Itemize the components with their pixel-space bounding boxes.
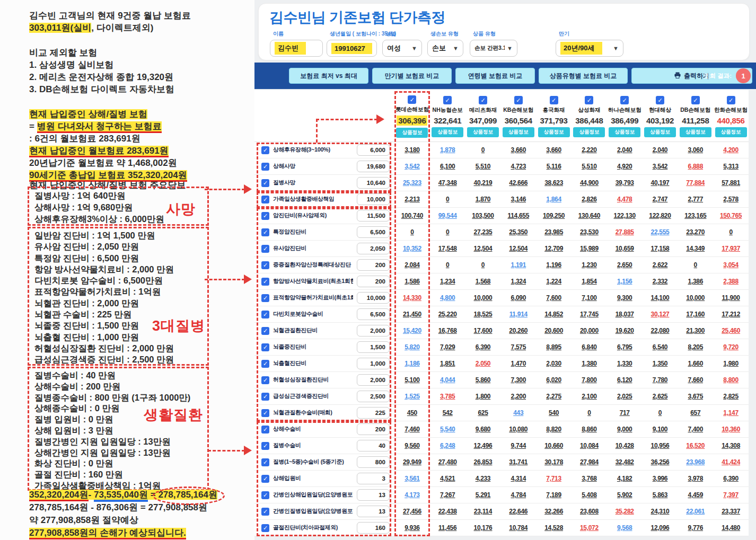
premium-cell[interactable]: 10,784 [500, 524, 536, 532]
premium-cell[interactable]: 7,100 [572, 294, 607, 302]
coverage-amount-input[interactable]: 200 [357, 423, 390, 435]
premium-cell[interactable]: 122,820 [643, 212, 678, 219]
premium-cell[interactable]: 11,456 [430, 524, 465, 532]
row-checkbox[interactable]: ✓ [261, 360, 269, 368]
row-checkbox[interactable]: ✓ [261, 343, 269, 351]
coverage-amount-input[interactable]: 2,000 [357, 325, 390, 337]
premium-cell[interactable]: 657 [678, 409, 713, 417]
premium-cell[interactable]: 20,260 [500, 327, 536, 334]
premium-cell[interactable]: 18,037 [607, 311, 643, 318]
coverage-amount-input[interactable]: 6,500 [357, 308, 390, 320]
premium-cell[interactable]: 1,660 [678, 360, 713, 367]
premium-cell[interactable]: 4,920 [607, 163, 643, 170]
premium-cell[interactable]: 99,544 [430, 212, 465, 219]
premium-cell[interactable]: 10,660 [536, 442, 572, 449]
row-checkbox[interactable]: ✓ [261, 294, 269, 302]
product-info-button[interactable]: 상품정보 [680, 127, 711, 137]
premium-cell[interactable]: 3,054 [713, 261, 749, 269]
premium-cell[interactable]: 23,114 [465, 508, 501, 515]
premium-cell[interactable]: 0 [643, 409, 678, 417]
premium-cell[interactable]: 3,785 [430, 393, 465, 400]
premium-cell[interactable]: 3,060 [678, 146, 713, 154]
toolbar-button-2[interactable]: 연령별 보험료 비교 [455, 68, 535, 84]
premium-cell[interactable]: 1,234 [430, 278, 465, 285]
premium-cell[interactable]: 27,480 [430, 458, 465, 466]
premium-cell[interactable]: 7,397 [713, 491, 749, 499]
premium-cell[interactable]: 109,250 [536, 212, 572, 219]
premium-cell[interactable]: 1,186 [394, 360, 430, 367]
field-input[interactable]: 19910627 [327, 40, 377, 57]
premium-cell[interactable]: 5,100 [394, 376, 430, 384]
premium-cell[interactable]: 7,400 [678, 426, 713, 433]
premium-cell[interactable]: 23,608 [572, 508, 607, 515]
premium-cell[interactable]: 7,300 [500, 376, 536, 384]
row-checkbox[interactable]: ✓ [261, 508, 269, 516]
company-checkbox[interactable]: ✓ [585, 96, 593, 104]
premium-cell[interactable]: 3,978 [678, 475, 713, 482]
premium-cell[interactable]: 6,390 [713, 475, 749, 482]
premium-cell[interactable]: 9,680 [465, 426, 501, 433]
premium-cell[interactable]: 5,510 [572, 163, 607, 170]
premium-cell[interactable]: 27,984 [572, 458, 607, 466]
premium-cell[interactable]: 10,084 [572, 442, 607, 449]
coverage-amount-input[interactable]: 40 [357, 440, 390, 452]
premium-cell[interactable]: 7,267 [430, 491, 465, 499]
premium-cell[interactable]: 122,130 [607, 212, 643, 219]
premium-cell[interactable]: 27,235 [465, 228, 501, 236]
premium-cell[interactable]: 25,350 [500, 228, 536, 236]
coverage-amount-input[interactable]: 1,000 [357, 358, 390, 369]
premium-cell[interactable]: 17,212 [713, 311, 749, 318]
premium-cell[interactable]: 1,147 [713, 409, 749, 417]
row-checkbox[interactable]: ✓ [261, 278, 269, 286]
premium-cell[interactable]: 22,646 [500, 508, 536, 515]
company-checkbox[interactable]: ✓ [514, 96, 523, 104]
premium-cell[interactable]: 2,084 [394, 261, 430, 269]
premium-cell[interactable]: 0 [465, 146, 501, 154]
premium-cell[interactable]: 7,029 [430, 343, 465, 351]
premium-cell[interactable]: 17,745 [572, 311, 607, 318]
premium-cell[interactable]: 15,072 [572, 524, 607, 532]
premium-cell[interactable]: 4,044 [430, 376, 465, 384]
premium-cell[interactable]: 4,478 [607, 196, 643, 203]
premium-cell[interactable]: 20,000 [572, 327, 607, 334]
premium-cell[interactable]: 25,460 [713, 327, 749, 334]
product-info-button[interactable]: 상품정보 [609, 127, 640, 137]
coverage-amount-input[interactable]: 2,000 [357, 374, 390, 386]
premium-cell[interactable]: 3,561 [394, 475, 430, 482]
premium-cell[interactable]: 17,548 [430, 245, 465, 252]
premium-cell[interactable]: 1,196 [536, 261, 572, 269]
coverage-amount-input[interactable]: 2,050 [357, 243, 390, 254]
premium-cell[interactable]: 23,985 [536, 228, 572, 236]
premium-cell[interactable]: 9,744 [500, 442, 536, 449]
row-checkbox[interactable]: ✓ [261, 426, 269, 433]
premium-cell[interactable]: 1,230 [572, 261, 607, 269]
premium-cell[interactable]: 1,350 [643, 360, 678, 367]
company-checkbox[interactable]: ✓ [656, 96, 664, 104]
coverage-amount-input[interactable]: 2,500 [357, 391, 390, 402]
premium-cell[interactable]: 103,500 [465, 212, 501, 219]
premium-cell[interactable]: 16,768 [430, 327, 465, 334]
premium-cell[interactable]: 7,660 [678, 376, 713, 384]
premium-cell[interactable]: 7,780 [643, 376, 678, 384]
premium-cell[interactable]: 23,270 [678, 228, 713, 236]
premium-cell[interactable]: 5,510 [465, 163, 501, 170]
row-checkbox[interactable]: ✓ [261, 442, 269, 450]
coverage-amount-input[interactable]: 11,500 [357, 210, 390, 222]
row-checkbox[interactable]: ✓ [261, 524, 269, 532]
premium-cell[interactable]: 11,900 [713, 294, 749, 302]
premium-cell[interactable]: 2,825 [713, 393, 749, 400]
coverage-amount-input[interactable]: 225 [357, 407, 390, 419]
premium-cell[interactable]: 1,864 [536, 196, 572, 203]
field-dropdown[interactable]: 손보 간편3.10.10(5)(무해지▼ [470, 40, 517, 57]
row-checkbox[interactable]: ✓ [261, 179, 269, 187]
premium-cell[interactable]: 3,542 [394, 163, 430, 170]
premium-cell[interactable]: 1,870 [465, 196, 501, 203]
premium-cell[interactable]: 14,349 [678, 245, 713, 252]
premium-cell[interactable]: 6,888 [678, 163, 713, 170]
premium-cell[interactable]: 32,266 [536, 508, 572, 515]
premium-cell[interactable]: 14,480 [713, 524, 749, 532]
premium-cell[interactable]: 1,470 [500, 360, 536, 367]
toolbar-button-0[interactable]: 보험료 최저 vs 최대 [289, 68, 368, 84]
premium-cell[interactable]: 15,420 [394, 327, 430, 334]
premium-cell[interactable]: 6,248 [430, 442, 465, 449]
